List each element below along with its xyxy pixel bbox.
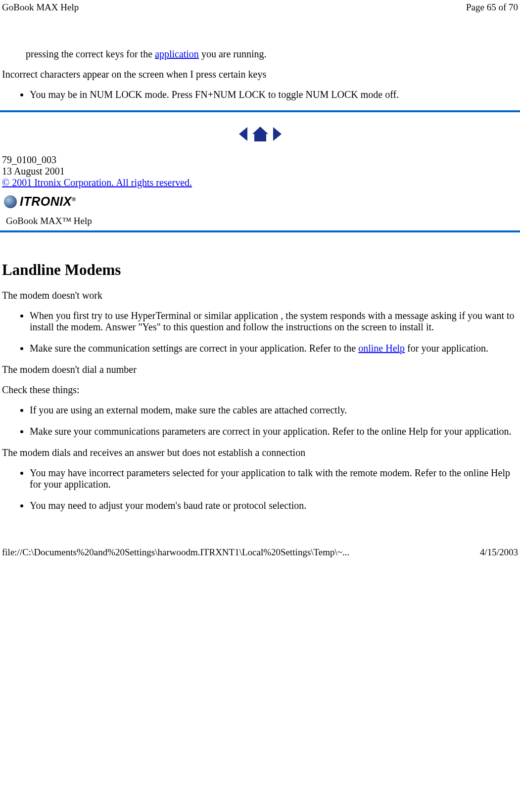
globe-icon bbox=[4, 195, 17, 208]
list-item: You may be in NUM LOCK mode. Press FN+NU… bbox=[30, 89, 518, 100]
page-number: Page 65 of 70 bbox=[466, 2, 518, 13]
doc-number: 79_0100_003 bbox=[2, 154, 518, 166]
text-fragment: you are running. bbox=[199, 48, 267, 59]
prev-icon[interactable] bbox=[237, 126, 248, 144]
list-item: If you are using an external modem, make… bbox=[30, 405, 518, 416]
problem-heading: The modem doesn't dial a number bbox=[2, 364, 518, 375]
application-link[interactable]: application bbox=[155, 48, 199, 59]
footer-date: 4/15/2003 bbox=[480, 547, 518, 558]
help-subtitle: GoBook MAX™ Help bbox=[6, 216, 520, 226]
divider bbox=[0, 230, 520, 232]
nav-icons bbox=[0, 125, 520, 145]
header-title: GoBook MAX Help bbox=[2, 2, 79, 13]
problem-heading: The modem doesn't work bbox=[2, 290, 518, 301]
list-item: You may need to adjust your modem's baud… bbox=[30, 500, 518, 511]
brand-logo: ITRONIX® bbox=[4, 194, 520, 209]
check-text: Check these things: bbox=[2, 384, 518, 396]
text-fragment: Make sure the communication settings are… bbox=[30, 343, 358, 354]
svg-marker-0 bbox=[239, 127, 247, 141]
problem-heading: The modem dials and receives an answer b… bbox=[2, 447, 518, 458]
footer-path: file://C:\Documents%20and%20Settings\har… bbox=[2, 547, 349, 558]
svg-marker-2 bbox=[273, 127, 282, 141]
list-item: Make sure the communication settings are… bbox=[30, 343, 518, 354]
list-item: You may have incorrect parameters select… bbox=[30, 467, 518, 490]
section-heading: Landline Modems bbox=[2, 261, 518, 279]
doc-date: 13 August 2001 bbox=[2, 166, 518, 177]
divider bbox=[0, 110, 520, 112]
brand-name: ITRONIX® bbox=[20, 194, 76, 209]
svg-marker-1 bbox=[252, 127, 268, 141]
online-help-link[interactable]: online Help bbox=[358, 343, 405, 354]
problem-heading: Incorrect characters appear on the scree… bbox=[2, 69, 518, 80]
text-fragment: for your application. bbox=[405, 343, 488, 354]
continuation-text: pressing the correct keys for the applic… bbox=[2, 48, 518, 60]
list-item: When you first try to use HyperTerminal … bbox=[30, 310, 518, 333]
copyright-link[interactable]: © 2001 Itronix Corporation. All rights r… bbox=[2, 177, 192, 188]
list-item: Make sure your communications parameters… bbox=[30, 426, 518, 437]
text-fragment: pressing the correct keys for the bbox=[26, 48, 155, 59]
next-icon[interactable] bbox=[272, 126, 283, 144]
home-icon[interactable] bbox=[251, 125, 270, 145]
